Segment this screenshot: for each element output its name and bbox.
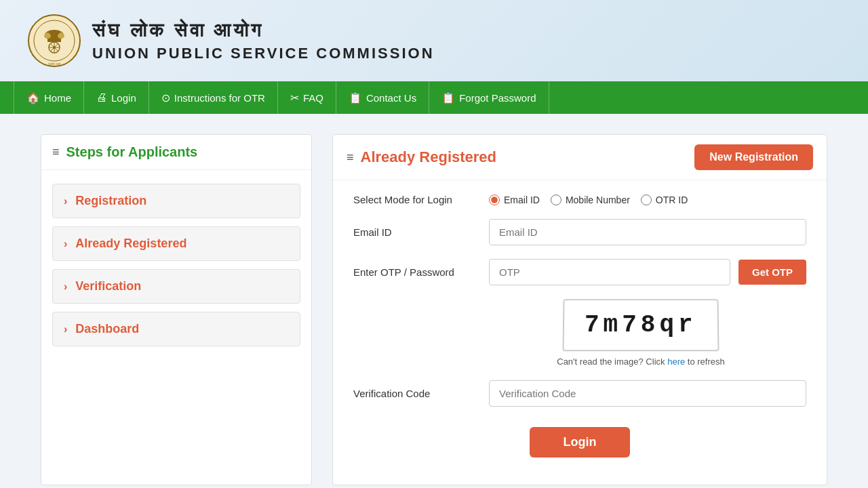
email-radio[interactable]: [489, 195, 500, 205]
nav-home[interactable]: 🏠 Home: [14, 81, 84, 114]
otp-row: Enter OTP / Password Get OTP: [353, 259, 806, 285]
mobile-radio[interactable]: [551, 195, 561, 205]
nav-contact-label: Contact Us: [366, 92, 416, 104]
otr-radio-label: OTR ID: [656, 195, 688, 205]
home-icon: 🏠: [26, 92, 40, 104]
step-already-registered[interactable]: › Already Registered: [52, 226, 300, 261]
emblem-logo: सत्यमेव जयते: [27, 14, 81, 68]
svg-point-12: [45, 33, 50, 37]
otr-radio[interactable]: [641, 195, 652, 205]
step-already-registered-label: Already Registered: [75, 237, 186, 251]
captcha-image: 7m78qr: [563, 299, 719, 351]
nav-instructions-label: Instructions for OTR: [174, 92, 265, 104]
mode-selection-row: Select Mode for Login Email ID Mobile Nu…: [353, 194, 806, 205]
right-panel-title: Already Registered: [361, 148, 497, 166]
faq-icon: ✂: [290, 92, 299, 104]
header: सत्यमेव जयते संघ लोक सेवा आयोग UNION PUB…: [0, 0, 868, 81]
navbar: 🏠 Home 🖨 Login ⊙ Instructions for OTR ✂ …: [0, 81, 868, 114]
nav-faq[interactable]: ✂ FAQ: [278, 81, 336, 114]
verification-input[interactable]: [489, 380, 806, 407]
step-dashboard[interactable]: › Dashboard: [52, 312, 300, 346]
mobile-radio-option[interactable]: Mobile Number: [551, 195, 630, 205]
captcha-refresh-link[interactable]: here: [667, 357, 685, 367]
step-verification[interactable]: › Verification: [52, 269, 300, 304]
step-registration[interactable]: › Registration: [52, 184, 300, 218]
right-menu-icon: ≡: [347, 150, 354, 165]
org-name-hindi: संघ लोक सेवा आयोग: [92, 20, 435, 42]
login-button[interactable]: Login: [530, 427, 631, 458]
email-radio-label: Email ID: [504, 195, 540, 205]
email-input[interactable]: [489, 219, 806, 245]
right-panel-header: ≡ Already Registered New Registration: [333, 135, 827, 180]
get-otp-button[interactable]: Get OTP: [738, 260, 806, 285]
otr-radio-option[interactable]: OTR ID: [641, 195, 688, 205]
chevron-right-icon: ›: [64, 323, 67, 336]
steps-list: › Registration › Already Registered › Ve…: [41, 170, 311, 360]
captcha-refresh-text: Can't read the image? Click here to refr…: [557, 357, 725, 367]
nav-faq-label: FAQ: [303, 92, 323, 104]
login-section: Login: [353, 420, 806, 471]
instructions-icon: ⊙: [161, 92, 170, 104]
verification-label: Verification Code: [353, 388, 475, 399]
email-row: Email ID: [353, 219, 806, 245]
email-radio-option[interactable]: Email ID: [489, 195, 540, 205]
menu-icon: ≡: [52, 145, 60, 159]
left-panel: ≡ Steps for Applicants › Registration › …: [41, 134, 312, 485]
mode-controls: Email ID Mobile Number OTR ID: [489, 195, 806, 205]
login-form: Select Mode for Login Email ID Mobile Nu…: [333, 180, 827, 485]
contact-icon: 📋: [349, 92, 362, 104]
verification-row: Verification Code: [353, 380, 806, 407]
chevron-right-icon: ›: [64, 238, 67, 250]
step-registration-label: Registration: [75, 194, 146, 208]
right-panel-header-left: ≡ Already Registered: [347, 148, 496, 166]
mobile-radio-label: Mobile Number: [566, 195, 630, 205]
nav-forgot[interactable]: 📋 Forgot Password: [429, 81, 549, 114]
chevron-right-icon: ›: [64, 281, 67, 293]
svg-text:सत्यमेव जयते: सत्यमेव जयते: [47, 62, 61, 66]
nav-contact[interactable]: 📋 Contact Us: [336, 81, 429, 114]
step-dashboard-label: Dashboard: [75, 322, 139, 336]
nav-forgot-label: Forgot Password: [459, 92, 536, 104]
nav-login[interactable]: 🖨 Login: [84, 81, 149, 114]
nav-login-label: Login: [111, 92, 136, 104]
otp-controls: Get OTP: [489, 259, 806, 285]
captcha-section: 7m78qr Can't read the image? Click here …: [475, 299, 806, 367]
forgot-icon: 📋: [441, 92, 455, 104]
right-panel: ≡ Already Registered New Registration Se…: [332, 134, 827, 485]
otp-label: Enter OTP / Password: [353, 266, 475, 278]
new-registration-button[interactable]: New Registration: [694, 144, 813, 170]
org-name: संघ लोक सेवा आयोग UNION PUBLIC SERVICE C…: [92, 20, 435, 62]
left-panel-header: ≡ Steps for Applicants: [41, 135, 311, 170]
svg-point-13: [59, 33, 63, 37]
org-name-english: UNION PUBLIC SERVICE COMMISSION: [92, 45, 435, 62]
chevron-right-icon: ›: [64, 195, 67, 207]
nav-home-label: Home: [44, 92, 71, 104]
logo-container: सत्यमेव जयते संघ लोक सेवा आयोग UNION PUB…: [27, 14, 435, 68]
otp-input[interactable]: [489, 259, 730, 285]
main-content: ≡ Steps for Applicants › Registration › …: [0, 114, 868, 488]
left-panel-title: Steps for Applicants: [66, 144, 198, 160]
step-verification-label: Verification: [75, 279, 141, 293]
mode-label: Select Mode for Login: [353, 194, 475, 205]
nav-instructions[interactable]: ⊙ Instructions for OTR: [149, 81, 278, 114]
email-label: Email ID: [353, 226, 475, 238]
login-icon: 🖨: [96, 92, 107, 104]
